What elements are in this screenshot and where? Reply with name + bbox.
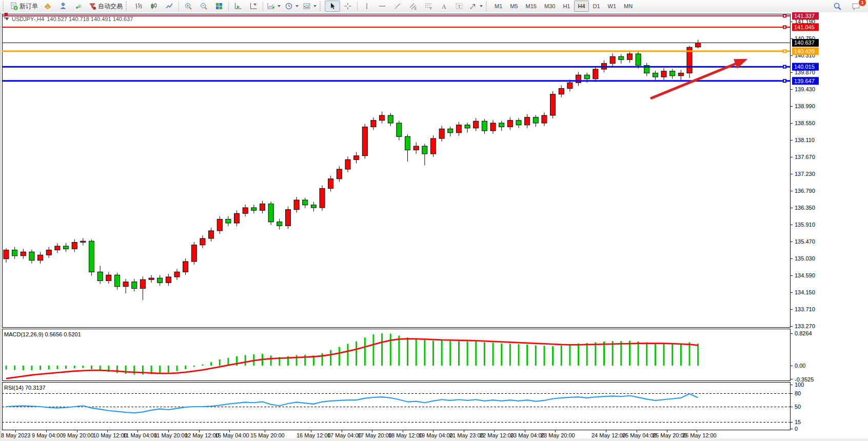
price-tick-label: 139.430 — [795, 86, 815, 92]
vertical-line-icon — [363, 2, 371, 10]
trendline-icon — [393, 2, 402, 10]
candles-layer — [4, 39, 701, 300]
timeframe-button-M5[interactable]: M5 — [506, 1, 521, 12]
candle-body — [354, 156, 359, 160]
candle-body — [89, 241, 94, 272]
price-tick-label: 136.790 — [795, 188, 815, 194]
chart-canvas[interactable]: 141.190140.750140.310139.870139.430138.9… — [0, 12, 868, 441]
date-label: 26 May 12:00 — [682, 432, 717, 438]
zoom-out-button[interactable] — [196, 1, 211, 12]
timeframe-button-M1[interactable]: M1 — [491, 1, 506, 12]
candle-body — [303, 200, 308, 205]
date-label: 23 May 20:00 — [541, 432, 575, 438]
signals-button[interactable] — [71, 1, 86, 12]
text-label-button[interactable]: T — [451, 1, 467, 12]
timeframe-button-M15[interactable]: M15 — [522, 1, 540, 12]
dropdown-caret-icon — [313, 5, 317, 7]
fibonacci-button[interactable]: F — [421, 1, 436, 12]
annotation-arrow[interactable] — [650, 60, 745, 98]
timeframe-button-M30[interactable]: M30 — [541, 1, 559, 12]
candle-body — [696, 43, 701, 47]
macd-tick-label: 0.8264 — [795, 330, 812, 336]
toolbar-grip[interactable] — [320, 2, 323, 11]
timeframe-button-H1[interactable]: H1 — [559, 1, 574, 12]
timeframe-button-D1[interactable]: D1 — [589, 1, 604, 12]
indicators-icon — [267, 2, 275, 10]
candle-body — [217, 219, 222, 231]
toolbar-grip[interactable] — [486, 2, 489, 11]
timeframe-button-H4[interactable]: H4 — [574, 1, 588, 12]
chart-shift-button[interactable] — [246, 1, 261, 12]
timeframe-group: M1M5M15M30H1H4D1W1MN — [491, 1, 636, 12]
crosshair-button[interactable] — [340, 1, 356, 12]
candle-body — [550, 94, 556, 115]
crosshair-icon — [344, 2, 352, 10]
rsi-panel-frame — [2, 382, 790, 430]
date-label: 22 May 12:00 — [480, 432, 514, 438]
vertical-line-button[interactable] — [359, 1, 374, 12]
timeframe-button-MN[interactable]: MN — [620, 1, 636, 12]
candle-body — [456, 125, 461, 133]
trendline-button[interactable] — [390, 1, 405, 12]
level-handle-center — [784, 50, 785, 52]
horizontal-line-button[interactable] — [374, 1, 390, 12]
arrows-icon — [469, 2, 477, 10]
candle-body — [55, 246, 60, 250]
chat-button[interactable]: 1 — [848, 1, 863, 12]
level-price-label: 139.647 — [794, 78, 815, 84]
auto-scroll-button[interactable] — [230, 1, 246, 12]
rsi-tick-label: 0 — [795, 426, 798, 432]
candle-body — [619, 56, 624, 59]
candle-body — [311, 205, 316, 208]
clock-icon — [285, 2, 293, 10]
timeframe-button-W1[interactable]: W1 — [604, 1, 620, 12]
date-label: 11 May 04:00 — [123, 432, 157, 438]
candle-body — [4, 250, 9, 259]
date-label: 18 May 12:00 — [388, 432, 423, 438]
candle-body — [209, 231, 214, 238]
candle-body — [559, 89, 564, 94]
macd-tick-label: 0.00 — [795, 363, 805, 369]
auto-trading-button[interactable]: 自动交易 — [86, 1, 125, 12]
line-chart-mode-button[interactable] — [162, 1, 177, 12]
candlestick-mode-button[interactable] — [146, 1, 162, 12]
rsi-tick-label: 100 — [795, 382, 804, 388]
shapes-arrows-button[interactable] — [467, 1, 485, 12]
periods-button[interactable] — [283, 1, 301, 12]
date-label: 17 May 20:00 — [358, 432, 392, 438]
templates-button[interactable] — [301, 1, 319, 12]
price-tick-label: 135.910 — [795, 222, 815, 228]
market-button[interactable] — [40, 1, 55, 12]
price-tick-label: 138.990 — [795, 103, 815, 109]
cursor-button[interactable] — [325, 1, 340, 12]
toolbar-grip[interactable] — [126, 2, 129, 11]
candle-body — [525, 117, 530, 125]
zoom-out-icon — [200, 2, 208, 10]
candle-body — [362, 127, 367, 156]
candle-body — [431, 138, 436, 154]
text-button[interactable]: A — [436, 1, 451, 12]
svg-text:T: T — [458, 4, 461, 9]
notification-badge: 1 — [858, 0, 866, 7]
channel-button[interactable]: E — [405, 1, 421, 12]
candle-body — [627, 54, 632, 59]
metaeditor-button[interactable] — [55, 1, 71, 12]
candle-body — [380, 115, 385, 121]
candle-body — [166, 277, 171, 283]
candle-body — [268, 204, 273, 222]
cursor-icon — [328, 2, 337, 10]
auto-trading-label: 自动交易 — [98, 2, 123, 11]
indicators-button[interactable] — [265, 1, 283, 12]
date-label: 25 May 04:00 — [622, 432, 657, 438]
zoom-in-button[interactable] — [181, 1, 196, 12]
toolbar-grip[interactable] — [3, 2, 6, 11]
new-order-button[interactable]: 新订单 — [8, 1, 40, 12]
main-panel-frame — [2, 14, 790, 327]
bar-chart-mode-button[interactable] — [131, 1, 146, 12]
candle-body — [397, 123, 402, 136]
search-button[interactable] — [830, 1, 845, 12]
candle-body — [81, 241, 86, 242]
metaeditor-icon — [59, 2, 67, 10]
tile-windows-button[interactable] — [211, 1, 227, 12]
candle-body — [123, 282, 128, 287]
